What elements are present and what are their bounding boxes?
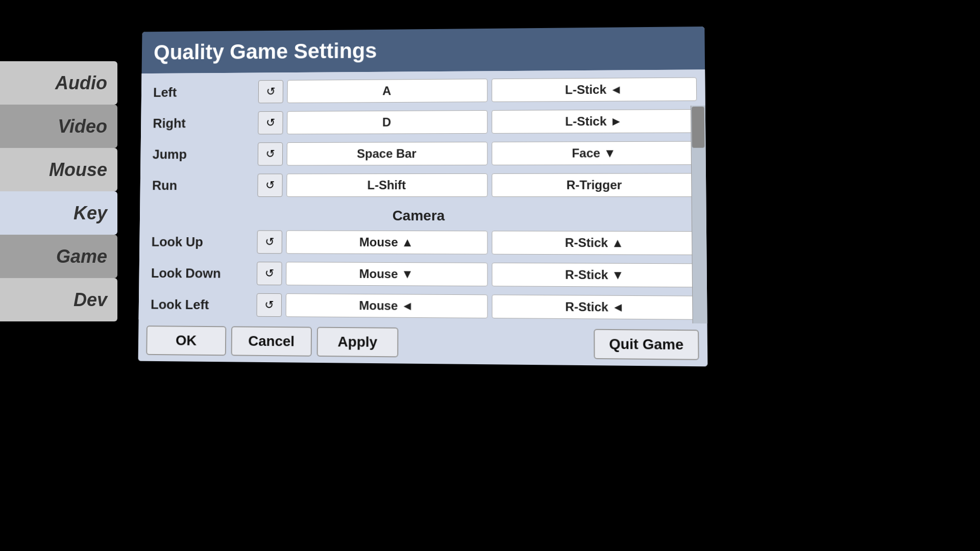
quit-game-button[interactable]: Quit Game (594, 329, 699, 360)
binding-row-left: Left ↺ A L-Stick ◄ (149, 75, 697, 107)
reset-run-button[interactable]: ↺ (257, 173, 282, 197)
sidebar: Audio Video Mouse Key Game Dev (0, 61, 117, 321)
scrollbar-thumb[interactable] (692, 107, 704, 148)
ok-button[interactable]: OK (146, 325, 226, 356)
reset-look-up-button[interactable]: ↺ (257, 230, 282, 254)
binding-row-run: Run ↺ L-Shift R-Trigger (148, 170, 698, 199)
key-binding-jump[interactable]: Space Bar (287, 142, 488, 166)
dialog-header: Quality Game Settings (142, 27, 705, 73)
controller-binding-look-up[interactable]: R-Stick ▲ (492, 231, 698, 255)
binding-row-look-left: Look Left ↺ Mouse ◄ R-Stick ◄ (146, 290, 699, 322)
reset-look-left-button[interactable]: ↺ (256, 293, 282, 317)
settings-dialog: Quality Game Settings Left ↺ A L-Stick ◄… (138, 27, 708, 366)
binding-row-jump: Jump ↺ Space Bar Face ▼ (149, 139, 698, 168)
controller-binding-run[interactable]: R-Trigger (492, 173, 697, 197)
scrollbar-track[interactable] (691, 106, 707, 323)
cancel-button[interactable]: Cancel (231, 326, 312, 356)
sidebar-label-game: Game (56, 246, 107, 267)
binding-row-look-up: Look Up ↺ Mouse ▲ R-Stick ▲ (148, 228, 698, 258)
dialog-body-inner: Left ↺ A L-Stick ◄ Right ↺ D L-Stick ► J… (139, 69, 707, 323)
controller-binding-jump[interactable]: Face ▼ (492, 141, 697, 165)
dialog-title: Quality Game Settings (154, 39, 377, 64)
action-label-right: Right (149, 115, 258, 131)
controller-binding-right[interactable]: L-Stick ► (492, 109, 697, 134)
apply-button[interactable]: Apply (317, 327, 399, 358)
controller-binding-look-left[interactable]: R-Stick ◄ (492, 294, 699, 319)
sidebar-label-dev: Dev (74, 289, 107, 311)
action-label-left: Left (149, 84, 258, 101)
sidebar-item-audio[interactable]: Audio (0, 61, 117, 105)
binding-row-look-down: Look Down ↺ Mouse ▼ R-Stick ▼ (147, 259, 699, 290)
sidebar-item-mouse[interactable]: Mouse (0, 148, 117, 191)
sidebar-item-key[interactable]: Key (0, 191, 117, 235)
controller-binding-look-down[interactable]: R-Stick ▼ (492, 263, 699, 288)
binding-row-right: Right ↺ D L-Stick ► (149, 107, 697, 137)
dialog-body: Left ↺ A L-Stick ◄ Right ↺ D L-Stick ► J… (139, 69, 707, 323)
reset-right-button[interactable]: ↺ (258, 111, 283, 135)
key-binding-run[interactable]: L-Shift (286, 173, 487, 197)
key-binding-look-left[interactable]: Mouse ◄ (286, 293, 488, 318)
sidebar-label-key: Key (74, 203, 107, 224)
sidebar-item-dev[interactable]: Dev (0, 278, 117, 321)
key-binding-look-up[interactable]: Mouse ▲ (286, 231, 488, 255)
sidebar-label-mouse: Mouse (49, 159, 107, 181)
key-binding-right[interactable]: D (287, 110, 487, 134)
camera-section-header: Camera (148, 203, 698, 229)
action-label-run: Run (148, 178, 258, 193)
footer-spacer (403, 342, 589, 344)
key-binding-look-down[interactable]: Mouse ▼ (286, 262, 487, 286)
sidebar-item-game[interactable]: Game (0, 235, 117, 278)
action-label-look-up: Look Up (148, 234, 257, 249)
action-label-jump: Jump (149, 146, 258, 162)
sidebar-label-video: Video (58, 116, 107, 137)
controller-binding-left[interactable]: L-Stick ◄ (492, 78, 697, 102)
key-binding-left[interactable]: A (287, 79, 488, 103)
reset-look-down-button[interactable]: ↺ (257, 262, 282, 285)
sidebar-label-audio: Audio (55, 72, 107, 94)
sidebar-item-video[interactable]: Video (0, 105, 117, 148)
action-label-look-left: Look Left (146, 296, 257, 313)
reset-jump-button[interactable]: ↺ (258, 142, 283, 166)
dialog-footer: OK Cancel Apply Quit Game (138, 319, 708, 366)
action-label-look-down: Look Down (147, 265, 257, 282)
reset-left-button[interactable]: ↺ (258, 80, 283, 104)
